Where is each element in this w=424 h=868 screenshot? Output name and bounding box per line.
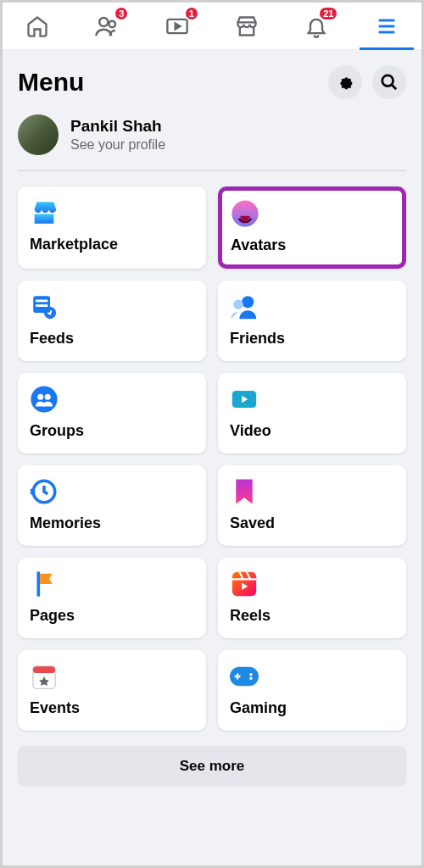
shortcut-friends[interactable]: Friends (218, 281, 406, 361)
nav-menu[interactable] (370, 9, 404, 43)
profile-link[interactable]: Pankil Shah See your profile (18, 111, 406, 171)
shortcut-saved[interactable]: Saved (218, 465, 406, 546)
svg-point-25 (249, 673, 252, 676)
nav-notifications[interactable]: 21 (299, 9, 333, 43)
search-button[interactable] (372, 65, 406, 99)
settings-button[interactable] (328, 65, 362, 99)
top-navigation: 3 1 21 (3, 3, 421, 50)
avatars-icon (231, 199, 259, 228)
profile-name: Pankil Shah (70, 117, 165, 136)
svg-point-26 (249, 677, 252, 680)
home-icon (25, 14, 49, 38)
shortcut-groups[interactable]: Groups (18, 373, 206, 453)
video-icon (230, 385, 259, 414)
svg-point-0 (100, 18, 109, 26)
events-icon (30, 662, 59, 691)
shortcut-label: Avatars (231, 236, 393, 254)
shortcut-label: Groups (30, 422, 194, 440)
watch-badge: 1 (184, 6, 199, 21)
page-title: Menu (18, 68, 84, 97)
shortcut-label: Pages (30, 607, 194, 625)
nav-watch[interactable]: 1 (160, 9, 194, 43)
shortcut-label: Gaming (230, 699, 394, 717)
shortcut-avatars[interactable]: Avatars (218, 186, 406, 269)
svg-line-7 (392, 85, 397, 90)
groups-icon (30, 385, 59, 414)
svg-rect-20 (37, 571, 41, 596)
svg-rect-23 (33, 666, 55, 673)
svg-point-15 (31, 386, 57, 412)
marketplace-icon (235, 14, 259, 38)
menu-content: Menu Pankil Shah See your profile (3, 50, 421, 865)
shortcut-label: Events (30, 699, 194, 717)
saved-icon (230, 477, 259, 506)
gear-icon (336, 73, 354, 92)
header-actions (328, 65, 406, 99)
hamburger-icon (375, 14, 399, 38)
gaming-icon (230, 662, 259, 691)
friends-badge: 3 (114, 6, 129, 21)
marketplace-icon (30, 198, 59, 227)
shortcut-label: Friends (230, 330, 394, 348)
avatar (18, 114, 59, 155)
shortcut-marketplace[interactable]: Marketplace (18, 186, 206, 269)
nav-friends[interactable]: 3 (90, 9, 124, 43)
reels-icon (230, 570, 259, 598)
svg-rect-11 (36, 304, 47, 307)
svg-rect-21 (232, 572, 256, 596)
notifications-badge: 21 (318, 6, 338, 21)
friends-icon (230, 292, 259, 321)
shortcut-feeds[interactable]: Feeds (18, 281, 206, 361)
profile-subtitle: See your profile (70, 137, 165, 153)
svg-rect-10 (36, 300, 47, 303)
svg-point-1 (109, 20, 116, 27)
pages-icon (30, 570, 59, 598)
shortcut-reels[interactable]: Reels (218, 558, 406, 638)
shortcut-label: Saved (230, 515, 394, 532)
svg-point-16 (37, 394, 43, 400)
shortcut-video[interactable]: Video (218, 373, 406, 453)
nav-marketplace[interactable] (230, 9, 264, 43)
memories-icon (30, 477, 59, 506)
feeds-icon (30, 292, 59, 321)
svg-rect-24 (230, 667, 259, 687)
shortcut-label: Video (230, 422, 394, 440)
see-more-button[interactable]: See more (18, 746, 406, 787)
shortcut-label: Feeds (30, 330, 194, 348)
svg-point-13 (242, 296, 254, 308)
search-icon (380, 73, 399, 92)
shortcut-pages[interactable]: Pages (18, 558, 206, 638)
menu-header: Menu (18, 50, 406, 111)
shortcut-label: Marketplace (30, 236, 194, 253)
shortcut-memories[interactable]: Memories (18, 465, 206, 546)
svg-point-17 (45, 394, 51, 400)
shortcut-label: Reels (230, 607, 394, 625)
nav-home[interactable] (20, 9, 54, 43)
shortcuts-grid: Marketplace Avatars Feeds Friends (18, 186, 406, 731)
shortcut-gaming[interactable]: Gaming (218, 650, 406, 731)
svg-point-14 (233, 300, 243, 309)
shortcut-events[interactable]: Events (18, 650, 206, 731)
svg-point-6 (382, 75, 393, 86)
shortcut-label: Memories (30, 515, 194, 532)
